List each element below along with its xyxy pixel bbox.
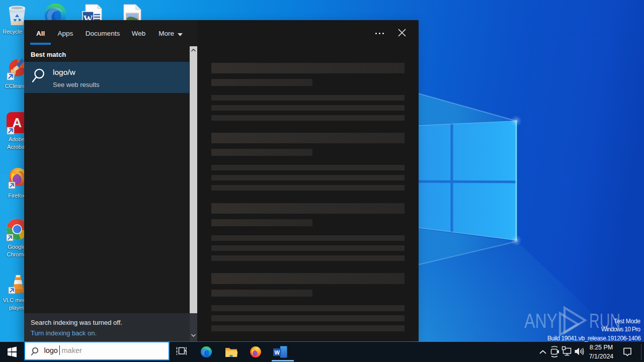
svg-text:ANY: ANY [524, 309, 557, 332]
svg-text:W: W [275, 349, 280, 355]
svg-text:Test Mode: Test Mode [614, 318, 640, 325]
svg-text:Build 19041.vb_release.191206-: Build 19041.vb_release.191206-1406 [547, 335, 641, 342]
svg-text:Windows 10 Pro: Windows 10 Pro [601, 326, 640, 333]
